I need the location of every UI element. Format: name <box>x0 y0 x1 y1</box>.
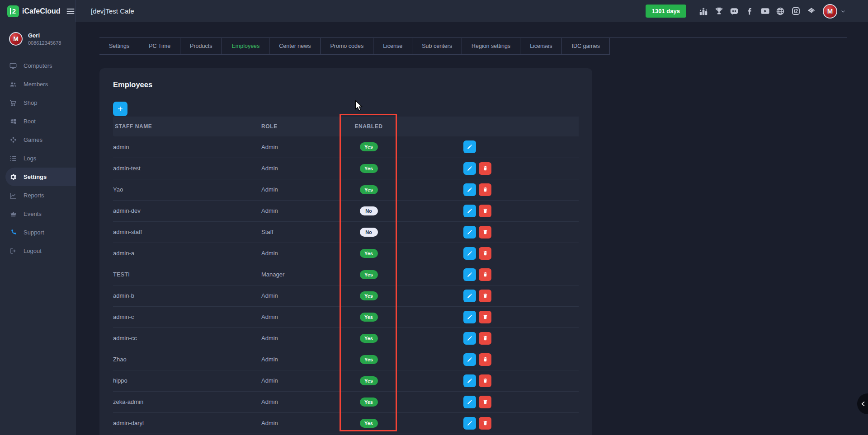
tab[interactable]: Employees <box>222 38 269 54</box>
gamepad-icon <box>9 136 17 144</box>
card-title: Employees <box>113 80 579 89</box>
user-avatar[interactable]: M <box>823 4 837 19</box>
role-cell: Admin <box>261 158 340 179</box>
edit-button[interactable] <box>463 417 476 430</box>
cart-icon <box>9 99 17 107</box>
tab[interactable]: Products <box>180 38 222 54</box>
list-icon <box>9 154 17 163</box>
edit-button[interactable] <box>463 290 476 302</box>
delete-button[interactable] <box>479 205 491 217</box>
sidebar-item-boot[interactable]: Boot <box>0 112 76 131</box>
icafecloud-logo-icon: 2 <box>7 5 19 17</box>
enabled-badge: No <box>360 206 378 215</box>
ranking-icon[interactable] <box>698 6 709 17</box>
sidebar-item-games[interactable]: Games <box>0 131 76 149</box>
sidebar-item-computers[interactable]: Computers <box>0 56 76 75</box>
edit-button[interactable] <box>463 140 476 153</box>
staff-name-cell: zeka-admin <box>113 391 261 412</box>
edit-button[interactable] <box>463 396 476 408</box>
chart-icon <box>9 192 17 200</box>
edit-button[interactable] <box>463 183 476 196</box>
delete-button[interactable] <box>479 290 491 302</box>
delete-button[interactable] <box>479 396 491 408</box>
enabled-badge: Yes <box>360 164 378 173</box>
days-remaining-button[interactable]: 1301 days <box>646 5 686 18</box>
delete-button[interactable] <box>479 332 491 345</box>
employees-table: STAFF NAME ROLE ENABLED admin Admin Yes <box>113 117 579 434</box>
delete-button[interactable] <box>479 353 491 366</box>
tab[interactable]: License <box>373 38 412 54</box>
staff-name-cell: admin-daryl <box>113 412 261 434</box>
edit-button[interactable] <box>463 247 476 260</box>
edit-button[interactable] <box>463 332 476 345</box>
tab[interactable]: Region settings <box>462 38 520 54</box>
staff-name-cell: admin <box>113 136 261 158</box>
icafecloud-mini-icon[interactable] <box>790 6 801 17</box>
layers-icon[interactable] <box>806 6 816 17</box>
sidebar-item-logs[interactable]: Logs <box>0 149 76 168</box>
tab[interactable]: Sub centers <box>412 38 462 54</box>
enabled-badge: Yes <box>360 376 378 385</box>
sidebar-item-members[interactable]: Members <box>0 75 76 94</box>
header-icon-bar <box>698 6 816 17</box>
tab[interactable]: PC Time <box>139 38 180 54</box>
sidebar-item-support[interactable]: Support <box>0 223 76 242</box>
delete-button[interactable] <box>479 268 491 281</box>
table-row: admin-daryl Admin Yes <box>113 412 579 434</box>
edit-button[interactable] <box>463 162 476 175</box>
role-cell: Admin <box>261 136 340 158</box>
sidebar-item-reports[interactable]: Reports <box>0 186 76 205</box>
add-employee-button[interactable] <box>113 102 127 116</box>
edit-button[interactable] <box>463 205 476 217</box>
edit-button[interactable] <box>463 374 476 387</box>
chevron-down-icon[interactable] <box>840 8 846 14</box>
table-row: hippo Admin Yes <box>113 370 579 391</box>
role-cell: Admin <box>261 349 340 370</box>
table-row: TESTI Manager Yes <box>113 264 579 285</box>
table-row: admin-staff Staff No <box>113 221 579 243</box>
crown-icon <box>9 210 17 218</box>
staff-name-cell: admin-test <box>113 158 261 179</box>
hamburger-menu-icon[interactable] <box>66 6 75 16</box>
delete-button[interactable] <box>479 162 491 175</box>
phone-icon <box>9 229 17 237</box>
enabled-badge: Yes <box>360 142 378 151</box>
edit-button[interactable] <box>463 268 476 281</box>
brand-name: iCafeCloud <box>22 7 60 15</box>
sidebar-item-settings[interactable]: Settings <box>5 168 76 186</box>
column-staff-name: STAFF NAME <box>113 117 261 136</box>
sidebar-item-events[interactable]: Events <box>0 205 76 223</box>
edit-button[interactable] <box>463 226 476 239</box>
column-enabled: ENABLED <box>340 117 397 136</box>
tab[interactable]: Promo codes <box>321 38 373 54</box>
tabs: Settings PC Time Products Employees Cent… <box>99 38 610 55</box>
delete-button[interactable] <box>479 226 491 239</box>
brand-zone: 2 iCafeCloud <box>0 0 76 22</box>
main-content: Settings PC Time Products Employees Cent… <box>76 22 868 435</box>
tab[interactable]: Center news <box>269 38 321 54</box>
table-row: admin-b Admin Yes <box>113 285 579 306</box>
sidebar-avatar: M <box>9 32 23 46</box>
delete-button[interactable] <box>479 417 491 430</box>
staff-name-cell: admin-staff <box>113 221 261 243</box>
discord-icon[interactable] <box>729 6 740 17</box>
delete-button[interactable] <box>479 247 491 260</box>
facebook-icon[interactable] <box>744 6 755 17</box>
staff-name-cell: Zhao <box>113 349 261 370</box>
sidebar-item-shop[interactable]: Shop <box>0 94 76 112</box>
delete-button[interactable] <box>479 183 491 196</box>
staff-name-cell: admin-c <box>113 306 261 327</box>
youtube-icon[interactable] <box>760 6 770 17</box>
tab[interactable]: Licenses <box>520 38 562 54</box>
delete-button[interactable] <box>479 374 491 387</box>
edit-button[interactable] <box>463 353 476 366</box>
delete-button[interactable] <box>479 311 491 323</box>
globe-icon[interactable] <box>775 6 786 17</box>
staff-name-cell: hippo <box>113 370 261 391</box>
tab[interactable]: Settings <box>99 38 139 54</box>
tab[interactable]: IDC games <box>562 38 610 54</box>
staff-name-cell: Yao <box>113 179 261 200</box>
edit-button[interactable] <box>463 311 476 323</box>
trophy-icon[interactable] <box>713 6 724 17</box>
sidebar-item-logout[interactable]: Logout <box>0 242 76 260</box>
